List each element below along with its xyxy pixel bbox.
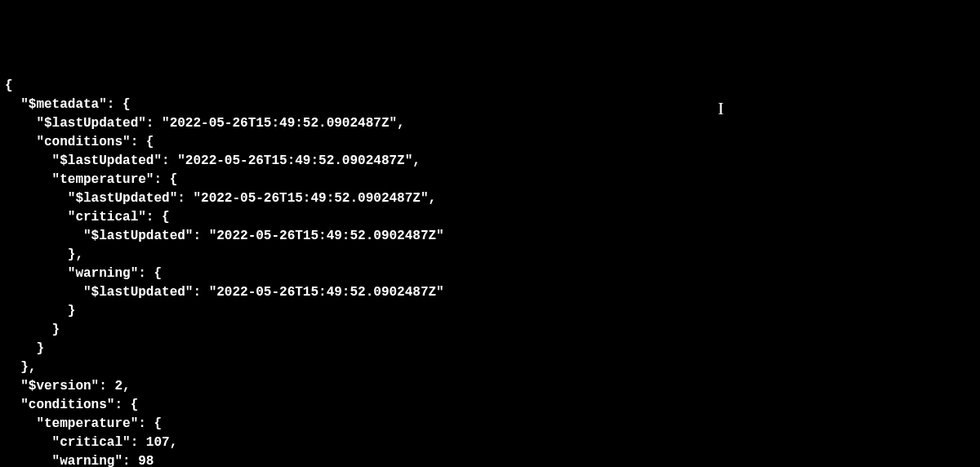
code-line: }, bbox=[5, 247, 83, 262]
code-line: } bbox=[5, 341, 44, 356]
code-line: "temperature": { bbox=[5, 172, 177, 187]
code-line: "$metadata": { bbox=[5, 97, 131, 112]
code-line: "$lastUpdated": "2022-05-26T15:49:52.090… bbox=[5, 229, 444, 243]
code-line: "conditions": { bbox=[5, 135, 154, 149]
code-line: "critical": { bbox=[5, 210, 170, 225]
code-line: "$lastUpdated": "2022-05-26T15:49:52.090… bbox=[5, 153, 421, 168]
code-line: "$lastUpdated": "2022-05-26T15:49:52.090… bbox=[5, 191, 436, 206]
code-line: "$lastUpdated": "2022-05-26T15:49:52.090… bbox=[5, 285, 444, 300]
code-line: "warning": { bbox=[5, 266, 162, 281]
code-line: "temperature": { bbox=[5, 416, 162, 431]
code-line: "warning": 98 bbox=[5, 454, 154, 467]
code-line: "$lastUpdated": "2022-05-26T15:49:52.090… bbox=[5, 116, 405, 131]
code-line: "conditions": { bbox=[5, 398, 138, 412]
code-line: } bbox=[5, 304, 75, 318]
code-line: "$version": 2, bbox=[5, 379, 131, 394]
terminal-output[interactable]: { "$metadata": { "$lastUpdated": "2022-0… bbox=[5, 77, 975, 467]
code-line: } bbox=[5, 322, 60, 337]
code-line: }, bbox=[5, 360, 36, 375]
code-line: "critical": 107, bbox=[5, 435, 177, 450]
code-line: { bbox=[5, 78, 13, 93]
